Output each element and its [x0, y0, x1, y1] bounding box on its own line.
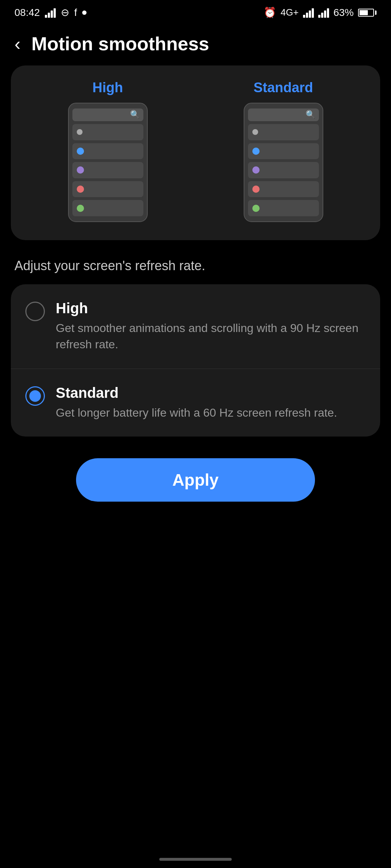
preview-high[interactable]: High 🔍	[25, 80, 190, 222]
list-item-3-std	[248, 162, 319, 178]
status-bar: 08:42 ⊖ f ⏰ 4G+ 63%	[0, 0, 391, 22]
list-item-2-std	[248, 143, 319, 159]
list-item-5-high	[72, 200, 143, 216]
option-desc-standard: Get longer battery life with a 60 Hz scr…	[56, 405, 366, 421]
option-text-high: High Get smoother animations and scrolli…	[56, 300, 366, 353]
status-left: 08:42 ⊖ f	[14, 7, 87, 18]
option-text-standard: Standard Get longer battery life with a …	[56, 385, 366, 421]
header: ‹ Motion smoothness	[0, 22, 391, 65]
radio-inner-standard	[29, 390, 41, 402]
dot-icon	[82, 10, 87, 15]
signal-icon	[45, 8, 56, 18]
list-item-4-high	[72, 181, 143, 197]
list-item-5-std	[248, 200, 319, 216]
alarm-icon: ⏰	[264, 7, 276, 18]
apply-button[interactable]: Apply	[76, 458, 315, 502]
option-standard[interactable]: Standard Get longer battery life with a …	[11, 369, 380, 437]
facebook-icon: f	[74, 7, 77, 18]
phone-mockup-high: 🔍	[68, 103, 148, 222]
option-title-standard: Standard	[56, 385, 366, 401]
high-label: High	[92, 80, 123, 95]
radio-standard[interactable]	[25, 386, 45, 406]
search-bar-std: 🔍	[248, 109, 319, 121]
status-right: ⏰ 4G+ 63%	[264, 7, 377, 18]
signal-icon-2	[303, 8, 314, 18]
signal-icon-3	[318, 8, 329, 18]
option-desc-high: Get smoother animations and scrolling wi…	[56, 320, 366, 353]
battery-percent: 63%	[333, 7, 354, 18]
phone-mockup-standard: 🔍	[244, 103, 323, 222]
options-card: High Get smoother animations and scrolli…	[11, 284, 380, 437]
description: Adjust your screen's refresh rate.	[0, 240, 391, 284]
standard-label: Standard	[253, 80, 313, 95]
dnd-icon: ⊖	[61, 7, 69, 18]
battery-icon	[358, 9, 377, 17]
list-item-1-high	[72, 124, 143, 140]
list-item-3-high	[72, 162, 143, 178]
preview-card: High 🔍 Standard 🔍	[11, 65, 380, 240]
option-title-high: High	[56, 300, 366, 316]
search-bar-high: 🔍	[72, 109, 143, 121]
list-item-1-std	[248, 124, 319, 140]
search-icon-high: 🔍	[130, 110, 140, 119]
apply-btn-wrap: Apply	[0, 437, 391, 523]
radio-high[interactable]	[25, 302, 45, 321]
time: 08:42	[14, 7, 40, 18]
option-high[interactable]: High Get smoother animations and scrolli…	[11, 284, 380, 369]
bottom-nav-bar	[159, 858, 232, 861]
search-icon-std: 🔍	[306, 110, 315, 119]
list-item-2-high	[72, 143, 143, 159]
back-button[interactable]: ‹	[11, 35, 24, 53]
page-title: Motion smoothness	[31, 33, 209, 55]
preview-standard[interactable]: Standard 🔍	[201, 80, 366, 222]
network-type: 4G+	[281, 7, 299, 18]
list-item-4-std	[248, 181, 319, 197]
